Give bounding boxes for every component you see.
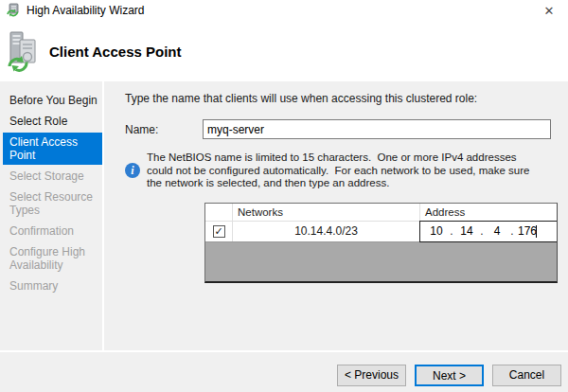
previous-button[interactable]: < Previous [337, 365, 406, 386]
network-name-cell[interactable]: 10.14.4.0/23 [233, 222, 420, 241]
client-access-point-icon [8, 30, 40, 72]
wizard-app-icon [6, 3, 21, 18]
window-title: High Availability Wizard [27, 4, 145, 17]
cancel-button[interactable]: Cancel [492, 365, 561, 386]
wizard-steps-sidebar: Before You Begin Select Role Client Acce… [0, 81, 104, 350]
name-input[interactable] [203, 119, 551, 139]
networks-table: Networks Address ✓ 10.14.4.0/23 10 . 14 … [204, 203, 558, 283]
ip-octet-1[interactable]: 10 [426, 224, 447, 238]
checkbox-column-header [205, 204, 233, 221]
networks-table-header: Networks Address [205, 204, 557, 222]
close-icon[interactable]: ✕ [530, 0, 568, 21]
ip-address-input[interactable]: 10 . 14 . 4 . 176 [419, 221, 558, 242]
ip-octet-2[interactable]: 14 [456, 224, 477, 238]
next-button[interactable]: Next > [415, 365, 484, 386]
page-title: Client Access Point [49, 44, 181, 60]
step-select-resource-types: Select Resource Types [0, 187, 102, 220]
step-before-you-begin: Before You Begin [0, 91, 102, 110]
step-configure-high-availability: Configure High Availability [0, 242, 102, 275]
title-bar: High Availability Wizard ✕ [0, 0, 568, 21]
address-column-header: Address [420, 204, 557, 221]
address-cell: 10 . 14 . 4 . 176 [420, 222, 557, 241]
ip-octet-3[interactable]: 4 [487, 224, 507, 238]
name-label: Name: [125, 123, 203, 136]
ip-octet-4[interactable]: 176 [517, 224, 538, 238]
instruction-text: Type the name that clients will use when… [125, 92, 559, 105]
step-confirmation: Confirmation [0, 222, 102, 241]
high-availability-wizard-window: High Availability Wizard ✕ Client Access… [0, 0, 568, 392]
netbios-info-text: The NetBIOS name is limited to 15 charac… [147, 151, 559, 190]
step-select-role: Select Role [0, 112, 102, 131]
network-checkbox[interactable]: ✓ [213, 225, 225, 238]
wizard-footer: < Previous Next > Cancel [0, 350, 568, 392]
network-row[interactable]: ✓ 10.14.4.0/23 10 . 14 . 4 . 176 [205, 222, 557, 242]
networks-column-header: Networks [233, 204, 420, 221]
step-client-access-point: Client Access Point [3, 133, 102, 165]
info-icon: i [125, 163, 140, 178]
wizard-content: Type the name that clients will use when… [104, 81, 568, 350]
wizard-body: Before You Begin Select Role Client Acce… [0, 81, 568, 350]
ip-separator: . [447, 224, 456, 238]
ip-separator: . [477, 224, 487, 238]
wizard-page-header: Client Access Point [0, 21, 568, 81]
ip-separator: . [507, 224, 517, 238]
step-summary: Summary [0, 276, 102, 295]
step-select-storage: Select Storage [0, 167, 102, 186]
text-caret [536, 225, 537, 238]
